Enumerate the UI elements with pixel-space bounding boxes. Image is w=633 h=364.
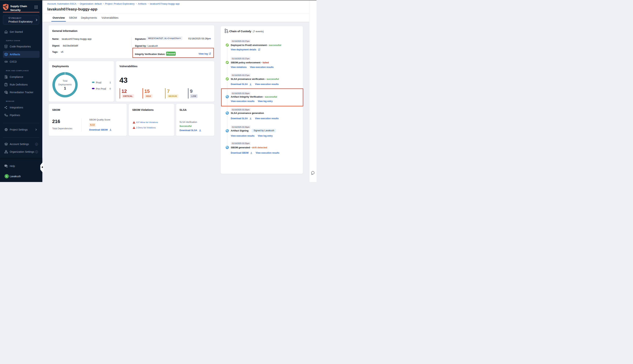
svg-text:?: ? xyxy=(5,165,6,166)
